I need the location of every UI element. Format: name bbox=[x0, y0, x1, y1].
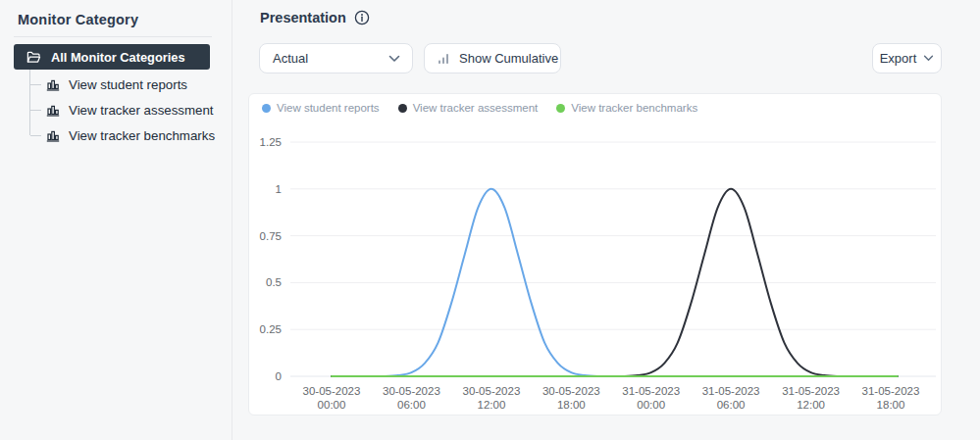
bar-chart-icon bbox=[46, 103, 60, 117]
bar-chart-icon bbox=[46, 77, 60, 91]
presentation-select[interactable]: Actual bbox=[259, 43, 413, 73]
y-tick-label: 1 bbox=[276, 183, 282, 195]
y-tick-label: 0 bbox=[276, 370, 282, 382]
sidebar: Monitor Category All Monitor Categories … bbox=[0, 0, 232, 440]
section-title: Presentation bbox=[260, 10, 370, 25]
y-tick-label: 1.25 bbox=[260, 136, 282, 148]
sidebar-item-label: View tracker benchmarks bbox=[69, 128, 215, 143]
show-cumulative-label: Show Cumulative bbox=[459, 51, 558, 66]
sidebar-title: Monitor Category bbox=[18, 12, 138, 27]
sidebar-item-label: View student reports bbox=[69, 77, 187, 92]
x-tick-label: 30-05-2023 bbox=[462, 385, 520, 397]
x-tick-label: 06:00 bbox=[397, 399, 426, 411]
chevron-down-icon bbox=[923, 55, 934, 62]
presentation-select-value: Actual bbox=[273, 51, 308, 66]
x-tick-label: 30-05-2023 bbox=[383, 385, 440, 397]
x-tick-label: 31-05-2023 bbox=[702, 385, 760, 397]
info-icon[interactable] bbox=[354, 10, 370, 25]
x-tick-label: 31-05-2023 bbox=[862, 385, 920, 397]
x-tick-label: 06:00 bbox=[717, 399, 746, 411]
x-tick-label: 12:00 bbox=[478, 399, 506, 411]
line-chart: 00.250.50.7511.2530-05-202300:0030-05-20… bbox=[249, 94, 943, 416]
x-tick-label: 12:00 bbox=[797, 399, 825, 411]
chevron-down-icon bbox=[388, 55, 400, 63]
x-tick-label: 31-05-2023 bbox=[782, 385, 840, 397]
sidebar-item-view-tracker-assessment[interactable]: View tracker assessment bbox=[0, 97, 232, 122]
sidebar-divider bbox=[14, 36, 212, 37]
x-tick-label: 30-05-2023 bbox=[542, 385, 600, 397]
sidebar-item-view-tracker-benchmarks[interactable]: View tracker benchmarks bbox=[0, 122, 232, 148]
sidebar-item-all-monitor-categories[interactable]: All Monitor Categories bbox=[14, 44, 210, 70]
sidebar-item-view-student-reports[interactable]: View student reports bbox=[0, 72, 232, 97]
y-tick-label: 0.25 bbox=[260, 323, 282, 335]
x-tick-label: 30-05-2023 bbox=[303, 385, 361, 397]
export-button[interactable]: Export bbox=[872, 43, 942, 73]
sidebar-item-label: All Monitor Categories bbox=[51, 50, 185, 65]
bar-chart-icon bbox=[46, 128, 60, 142]
x-tick-label: 31-05-2023 bbox=[622, 385, 680, 397]
cumulative-bars-icon bbox=[438, 52, 450, 65]
x-tick-label: 18:00 bbox=[877, 399, 905, 411]
y-tick-label: 0.75 bbox=[260, 230, 282, 242]
section-title-text: Presentation bbox=[260, 10, 346, 25]
y-tick-label: 0.5 bbox=[266, 276, 282, 288]
sidebar-item-label: View tracker assessment bbox=[69, 103, 214, 118]
x-tick-label: 00:00 bbox=[637, 399, 665, 411]
x-tick-label: 18:00 bbox=[557, 399, 586, 411]
chart-card: View student reportsView tracker assessm… bbox=[248, 93, 942, 416]
show-cumulative-button[interactable]: Show Cumulative bbox=[424, 43, 561, 73]
export-label: Export bbox=[880, 51, 917, 66]
folder-icon bbox=[26, 51, 41, 64]
x-tick-label: 00:00 bbox=[318, 399, 346, 411]
